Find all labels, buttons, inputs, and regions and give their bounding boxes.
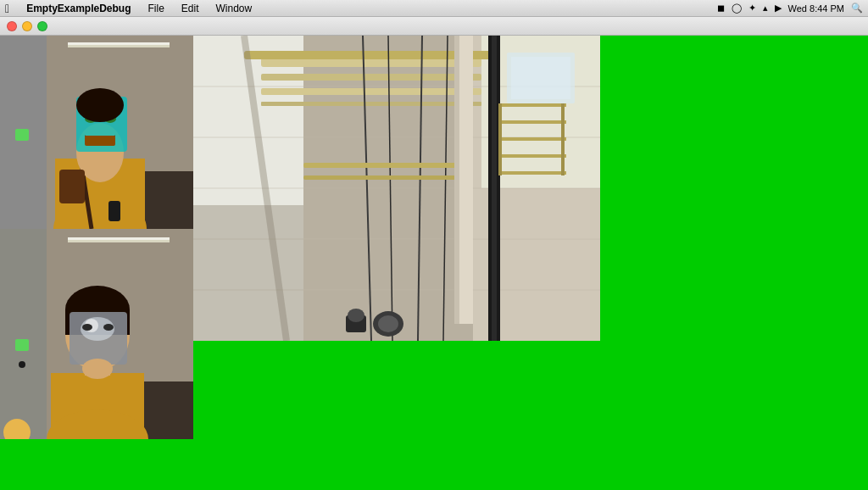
svg-rect-69 bbox=[511, 57, 570, 99]
svg-point-14 bbox=[76, 88, 124, 122]
svg-rect-65 bbox=[303, 175, 456, 180]
maximize-button[interactable] bbox=[37, 21, 47, 31]
svg-rect-16 bbox=[108, 201, 120, 221]
svg-rect-4 bbox=[68, 42, 170, 45]
svg-rect-15 bbox=[15, 129, 29, 141]
svg-point-39 bbox=[19, 361, 25, 368]
svg-rect-38 bbox=[15, 339, 29, 351]
volume-icon[interactable]: ▶ bbox=[775, 3, 782, 14]
svg-point-36 bbox=[103, 324, 114, 331]
svg-rect-50 bbox=[261, 74, 481, 81]
apple-menu[interactable]:  bbox=[5, 2, 9, 15]
video-panel-overhead bbox=[193, 36, 600, 341]
bluetooth-icon[interactable]: ✦ bbox=[748, 3, 756, 14]
title-bar bbox=[0, 17, 868, 36]
edit-menu[interactable]: Edit bbox=[178, 3, 203, 14]
menu-bar:  EmptyExampleDebug File Edit Window ◼ ◯… bbox=[0, 0, 868, 17]
svg-rect-52 bbox=[261, 102, 481, 106]
svg-rect-70 bbox=[498, 103, 566, 107]
display-icon[interactable]: ◼ bbox=[717, 3, 725, 14]
menu-bar-left:  EmptyExampleDebug File Edit Window bbox=[5, 2, 255, 15]
video-panel-person-top bbox=[0, 36, 193, 229]
svg-rect-73 bbox=[498, 154, 566, 158]
menu-bar-right: ◼ ◯ ✦ ▴ ▶ Wed 8:44 PM 🔍 bbox=[717, 3, 863, 14]
spotlight-icon[interactable]: 🔍 bbox=[851, 3, 863, 14]
video-content-bottom bbox=[0, 229, 193, 439]
svg-rect-74 bbox=[498, 171, 566, 175]
svg-point-63 bbox=[348, 309, 364, 322]
clock-time: Wed 8:44 PM bbox=[788, 3, 844, 14]
person-bottom-svg bbox=[0, 229, 193, 439]
video-content-top bbox=[0, 36, 193, 229]
svg-rect-64 bbox=[303, 163, 473, 168]
time-machine-icon[interactable]: ◯ bbox=[732, 3, 742, 14]
traffic-lights bbox=[7, 21, 47, 31]
video-panel-person-bottom bbox=[0, 229, 193, 439]
app-name-menu[interactable]: EmptyExampleDebug bbox=[23, 3, 134, 14]
window-menu[interactable]: Window bbox=[213, 3, 256, 14]
svg-point-35 bbox=[82, 324, 92, 331]
wifi-icon[interactable]: ▴ bbox=[763, 3, 768, 14]
close-button[interactable] bbox=[7, 21, 17, 31]
svg-rect-22 bbox=[68, 237, 170, 240]
svg-rect-72 bbox=[498, 137, 566, 141]
svg-rect-55 bbox=[492, 36, 497, 341]
svg-point-37 bbox=[82, 359, 113, 379]
minimize-button[interactable] bbox=[22, 21, 32, 31]
video-content-overhead bbox=[193, 36, 600, 341]
overhead-svg bbox=[193, 36, 600, 341]
svg-rect-67 bbox=[454, 36, 459, 324]
svg-rect-51 bbox=[261, 88, 481, 95]
person-top-svg bbox=[0, 36, 193, 229]
svg-rect-17 bbox=[59, 170, 85, 203]
svg-rect-19 bbox=[0, 229, 47, 439]
svg-point-61 bbox=[378, 315, 398, 332]
file-menu[interactable]: File bbox=[145, 3, 168, 14]
app-content bbox=[0, 36, 868, 490]
svg-rect-71 bbox=[498, 120, 566, 124]
svg-rect-13 bbox=[85, 136, 115, 146]
